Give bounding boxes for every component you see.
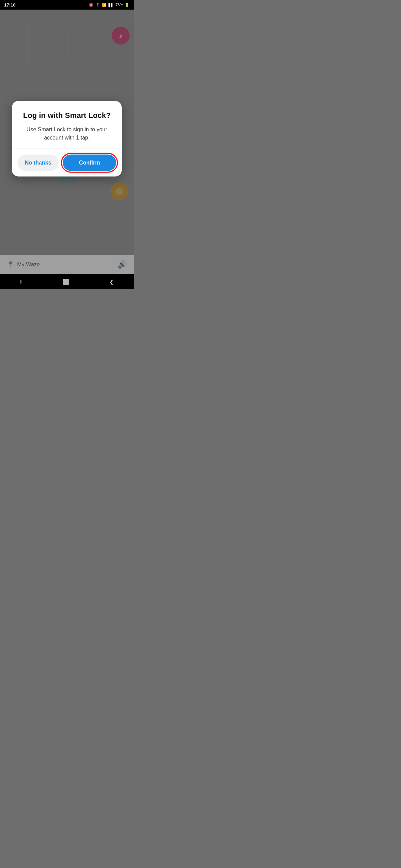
nav-recents-button[interactable]: ⦀	[20, 279, 22, 285]
dialog-content: Log in with Smart Lock? Use Smart Lock t…	[12, 101, 122, 142]
smart-lock-dialog: Log in with Smart Lock? Use Smart Lock t…	[12, 101, 122, 177]
signal-icon: ▌▌	[108, 3, 114, 7]
dialog-actions: No thanks Confirm	[12, 149, 122, 176]
nav-back-button[interactable]: ❮	[109, 279, 114, 285]
nav-home-button[interactable]: ⬜	[62, 279, 69, 285]
battery-icon: 🔋	[125, 3, 130, 7]
confirm-button[interactable]: Confirm	[63, 154, 116, 171]
android-nav-bar: ⦀ ⬜ ❮	[0, 274, 134, 289]
dialog-message: Use Smart Lock to sign in to your accoun…	[20, 125, 113, 142]
status-bar: 17:10 🔇 📍 📶 ▌▌ 78% 🔋	[0, 0, 134, 10]
wifi-icon: 📶	[102, 3, 107, 7]
dialog-title: Log in with Smart Lock?	[20, 111, 113, 121]
location-status-icon: 📍	[95, 3, 100, 7]
mute-icon: 🔇	[89, 3, 94, 7]
status-icons: 🔇 📍 📶 ▌▌ 78% 🔋	[89, 3, 130, 7]
no-thanks-button[interactable]: No thanks	[17, 154, 59, 171]
status-time: 17:10	[4, 2, 15, 8]
battery-label: 78%	[116, 3, 123, 7]
